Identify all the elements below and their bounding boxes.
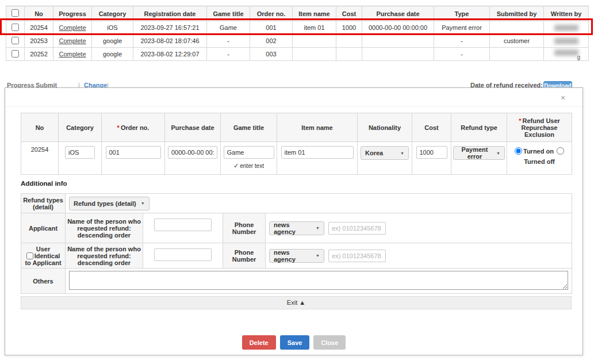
table-row: 20253 Complete google 2023-08-02 18:07:4…	[6, 35, 589, 48]
table-row: 20252 Complete google 2023-08-02 12:29:0…	[6, 48, 589, 61]
cell-submitted-by: customer	[490, 35, 544, 48]
close-icon[interactable]: ×	[558, 94, 568, 103]
cell-game-title: -	[207, 35, 250, 48]
item-name-field[interactable]	[281, 146, 354, 159]
modal-header: ×	[5, 88, 582, 107]
applicant-name-field[interactable]	[154, 219, 212, 231]
redacted-text	[554, 25, 578, 31]
others-row: Others	[21, 269, 572, 294]
form-col-order-no: *Order no.	[102, 113, 165, 142]
user-label: User	[36, 246, 50, 252]
download-button[interactable]: Download	[543, 81, 572, 87]
refund-detail-modal: × No Category *Order no. Purchase date G…	[5, 87, 583, 355]
col-category: Category	[92, 6, 133, 21]
requester-name-label: Name of the person who requested refund:…	[66, 243, 143, 269]
phone-number-label: Phone Number	[223, 243, 266, 269]
progress-link[interactable]: Complete	[59, 51, 86, 58]
cell-game-title: Game	[207, 21, 250, 35]
redacted-partial-text: g	[544, 56, 588, 59]
enter-text-option[interactable]: ✓enter text	[221, 162, 277, 170]
cell-item-name	[293, 35, 336, 48]
turned-on-radio[interactable]: Turned on	[513, 148, 554, 155]
form-col-game-title: Game title	[221, 113, 277, 142]
form-col-refund-type: Refund type	[451, 113, 507, 142]
form-col-category: Category	[59, 113, 102, 142]
applicant-phone-field[interactable]	[328, 222, 386, 235]
cell-registration-date: 2023-08-02 18:07:46	[133, 35, 207, 48]
save-button[interactable]: Save	[280, 335, 310, 350]
refund-list-table: No Progress Category Registration date G…	[6, 6, 589, 61]
close-button[interactable]: Close	[313, 335, 346, 350]
purchase-date-field[interactable]	[168, 146, 217, 159]
col-no: No	[25, 6, 53, 21]
applicant-carrier-dropdown[interactable]: news agency▼	[269, 221, 324, 235]
col-type: Type	[434, 6, 490, 21]
carrier-value: news agency	[274, 249, 311, 263]
user-carrier-dropdown[interactable]: news agency▼	[269, 249, 324, 263]
redacted-text	[554, 38, 578, 44]
row-checkbox[interactable]	[12, 37, 19, 44]
required-icon: *	[117, 124, 120, 131]
col-game-title: Game title	[207, 6, 250, 21]
cell-no: 20254	[25, 21, 53, 35]
submit-label: Submit	[36, 81, 57, 87]
user-phone-field[interactable]	[328, 250, 386, 262]
user-row: User Identical to Applicant Name of the …	[21, 243, 572, 269]
form-col-purchase-date: Purchase date	[165, 113, 221, 142]
row-checkbox[interactable]	[12, 24, 19, 31]
row-checkbox[interactable]	[12, 50, 19, 58]
additional-info-table: Refund types (detail) Refund types (deta…	[21, 193, 572, 294]
refund-date-received-label: Date of refund received:	[470, 81, 543, 87]
cell-category: iOS	[92, 21, 133, 35]
background-toolbar-clipped: Progress Submit | Change | Date of refun…	[0, 81, 594, 87]
cell-purchase-date	[362, 48, 434, 61]
col-cost: Cost	[336, 6, 362, 21]
chevron-down-icon: ▼	[400, 151, 404, 155]
nationality-value: Korea	[365, 150, 383, 156]
progress-link[interactable]: Complete	[59, 37, 86, 44]
nationality-dropdown[interactable]: Korea▼	[361, 146, 409, 160]
order-no-field[interactable]	[106, 146, 161, 159]
col-purchase-date: Purchase date	[362, 6, 434, 21]
refund-types-detail-dropdown[interactable]: Refund types (detail)▼	[69, 197, 150, 210]
others-textarea[interactable]	[69, 271, 568, 290]
col-order-no: Order no.	[250, 6, 293, 21]
col-registration-date: Registration date	[133, 6, 207, 21]
col-progress: Progress	[53, 6, 92, 21]
cell-purchase-date	[362, 35, 434, 48]
exit-toggle-bar[interactable]: Exit ▲	[21, 296, 572, 309]
cost-field[interactable]	[416, 146, 447, 159]
cell-type: -	[434, 48, 490, 61]
form-header-row: No Category *Order no. Purchase date Gam…	[21, 113, 572, 142]
user-name-field[interactable]	[154, 248, 212, 261]
cell-no: 20252	[25, 48, 53, 61]
progress-link[interactable]: Complete	[59, 24, 86, 31]
delete-button[interactable]: Delete	[242, 335, 276, 350]
chevron-down-icon: ▼	[316, 226, 320, 230]
identical-to-applicant-checkbox[interactable]	[26, 252, 33, 259]
form-col-no: No	[21, 113, 59, 142]
others-label: Others	[21, 269, 66, 294]
refund-types-label: Refund types (detail)	[21, 194, 66, 213]
select-all-header	[6, 6, 25, 21]
chevron-down-icon: ▼	[316, 254, 320, 258]
carrier-value: news agency	[274, 221, 311, 235]
cell-cost	[336, 48, 362, 61]
page: No Progress Category Registration date G…	[0, 0, 594, 364]
category-field[interactable]	[65, 146, 95, 159]
select-all-checkbox[interactable]	[12, 9, 19, 17]
game-title-field[interactable]	[224, 146, 274, 159]
cell-order-no: 002	[250, 35, 293, 48]
change-link[interactable]: Change	[84, 81, 107, 87]
cell-type: Payment error	[434, 21, 490, 35]
refund-types-detail-value: Refund types (detail)	[74, 200, 136, 207]
col-written-by: Written by	[544, 6, 589, 21]
requester-name-label: Name of the person who requested refund:…	[66, 213, 143, 243]
chevron-down-icon: ▼	[141, 201, 145, 205]
form-no-value: 20254	[21, 142, 59, 175]
enter-text-label: enter text	[240, 163, 264, 169]
redacted-text	[554, 49, 578, 56]
refund-types-row: Refund types (detail) Refund types (deta…	[21, 194, 572, 213]
cell-cost: 1000	[336, 21, 362, 35]
refund-type-dropdown[interactable]: Payment error▼	[453, 146, 505, 160]
